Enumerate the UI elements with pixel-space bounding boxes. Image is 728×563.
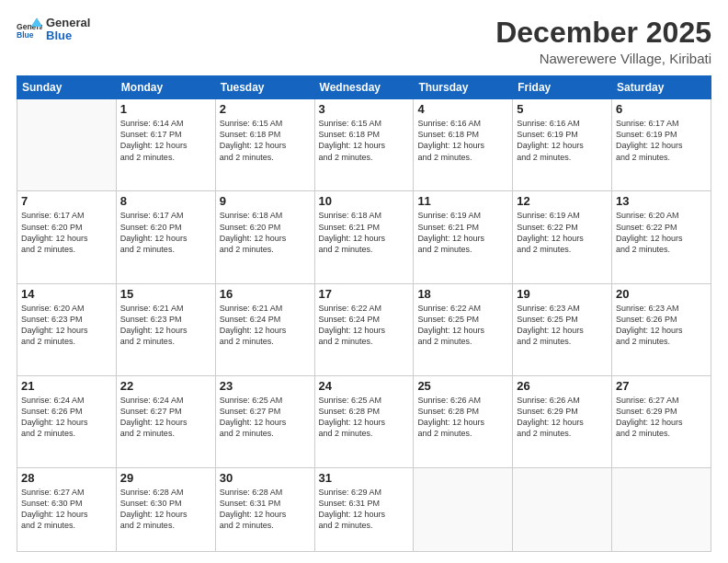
col-header-sunday: Sunday xyxy=(17,76,117,99)
day-number: 1 xyxy=(120,102,211,116)
calendar-week-row: 21Sunrise: 6:24 AM Sunset: 6:26 PM Dayli… xyxy=(17,375,711,467)
col-header-tuesday: Tuesday xyxy=(215,76,314,99)
day-info: Sunrise: 6:16 AM Sunset: 6:19 PM Dayligh… xyxy=(517,118,608,163)
day-number: 7 xyxy=(21,194,112,208)
calendar-cell: 17Sunrise: 6:22 AM Sunset: 6:24 PM Dayli… xyxy=(314,283,414,375)
calendar-cell: 26Sunrise: 6:26 AM Sunset: 6:29 PM Dayli… xyxy=(513,375,612,467)
day-info: Sunrise: 6:29 AM Sunset: 6:31 PM Dayligh… xyxy=(319,487,410,532)
calendar-cell: 8Sunrise: 6:17 AM Sunset: 6:20 PM Daylig… xyxy=(116,191,215,283)
title-section: December 2025 Nawerewere Village, Kiriba… xyxy=(495,17,711,66)
day-number: 10 xyxy=(319,194,410,208)
day-number: 4 xyxy=(417,102,508,116)
month-title: December 2025 xyxy=(495,17,711,49)
calendar-cell: 25Sunrise: 6:26 AM Sunset: 6:28 PM Dayli… xyxy=(414,375,513,467)
calendar-week-row: 1Sunrise: 6:14 AM Sunset: 6:17 PM Daylig… xyxy=(17,99,711,191)
calendar-cell: 22Sunrise: 6:24 AM Sunset: 6:27 PM Dayli… xyxy=(116,375,215,467)
day-info: Sunrise: 6:26 AM Sunset: 6:29 PM Dayligh… xyxy=(517,395,608,440)
day-info: Sunrise: 6:27 AM Sunset: 6:30 PM Dayligh… xyxy=(21,487,112,532)
calendar-week-row: 28Sunrise: 6:27 AM Sunset: 6:30 PM Dayli… xyxy=(17,468,711,552)
day-info: Sunrise: 6:25 AM Sunset: 6:27 PM Dayligh… xyxy=(220,395,311,440)
calendar-cell: 29Sunrise: 6:28 AM Sunset: 6:30 PM Dayli… xyxy=(116,468,215,552)
calendar-cell xyxy=(414,468,513,552)
day-info: Sunrise: 6:17 AM Sunset: 6:20 PM Dayligh… xyxy=(21,210,112,255)
day-number: 21 xyxy=(21,379,112,393)
day-info: Sunrise: 6:20 AM Sunset: 6:23 PM Dayligh… xyxy=(21,303,112,348)
day-info: Sunrise: 6:18 AM Sunset: 6:21 PM Dayligh… xyxy=(319,210,410,255)
logo-icon: General Blue xyxy=(17,17,42,42)
day-info: Sunrise: 6:18 AM Sunset: 6:20 PM Dayligh… xyxy=(220,210,311,255)
calendar-cell: 11Sunrise: 6:19 AM Sunset: 6:21 PM Dayli… xyxy=(414,191,513,283)
calendar-cell: 6Sunrise: 6:17 AM Sunset: 6:19 PM Daylig… xyxy=(612,99,711,191)
day-number: 12 xyxy=(517,194,608,208)
day-info: Sunrise: 6:16 AM Sunset: 6:18 PM Dayligh… xyxy=(417,118,508,163)
calendar-cell: 19Sunrise: 6:23 AM Sunset: 6:25 PM Dayli… xyxy=(513,283,612,375)
day-number: 30 xyxy=(220,471,311,485)
logo: General Blue General Blue xyxy=(17,17,90,43)
calendar-week-row: 14Sunrise: 6:20 AM Sunset: 6:23 PM Dayli… xyxy=(17,283,711,375)
calendar-cell: 12Sunrise: 6:19 AM Sunset: 6:22 PM Dayli… xyxy=(513,191,612,283)
col-header-thursday: Thursday xyxy=(414,76,513,99)
calendar-cell: 24Sunrise: 6:25 AM Sunset: 6:28 PM Dayli… xyxy=(314,375,414,467)
calendar-cell: 21Sunrise: 6:24 AM Sunset: 6:26 PM Dayli… xyxy=(17,375,117,467)
calendar-cell: 1Sunrise: 6:14 AM Sunset: 6:17 PM Daylig… xyxy=(116,99,215,191)
calendar-cell: 18Sunrise: 6:22 AM Sunset: 6:25 PM Dayli… xyxy=(414,283,513,375)
day-number: 27 xyxy=(616,379,707,393)
day-info: Sunrise: 6:17 AM Sunset: 6:19 PM Dayligh… xyxy=(616,118,707,163)
day-info: Sunrise: 6:25 AM Sunset: 6:28 PM Dayligh… xyxy=(319,395,410,440)
col-header-friday: Friday xyxy=(513,76,612,99)
page: General Blue General Blue December 2025 … xyxy=(0,0,728,563)
day-info: Sunrise: 6:19 AM Sunset: 6:22 PM Dayligh… xyxy=(517,210,608,255)
header: General Blue General Blue December 2025 … xyxy=(17,17,711,66)
calendar-cell: 5Sunrise: 6:16 AM Sunset: 6:19 PM Daylig… xyxy=(513,99,612,191)
day-info: Sunrise: 6:21 AM Sunset: 6:23 PM Dayligh… xyxy=(120,303,211,348)
calendar-cell: 7Sunrise: 6:17 AM Sunset: 6:20 PM Daylig… xyxy=(17,191,117,283)
calendar-cell: 23Sunrise: 6:25 AM Sunset: 6:27 PM Dayli… xyxy=(215,375,314,467)
day-number: 6 xyxy=(616,102,707,116)
location-title: Nawerewere Village, Kiribati xyxy=(495,51,711,66)
day-number: 9 xyxy=(220,194,311,208)
day-number: 3 xyxy=(319,102,410,116)
day-info: Sunrise: 6:15 AM Sunset: 6:18 PM Dayligh… xyxy=(319,118,410,163)
calendar-week-row: 7Sunrise: 6:17 AM Sunset: 6:20 PM Daylig… xyxy=(17,191,711,283)
day-number: 19 xyxy=(517,287,608,301)
day-info: Sunrise: 6:19 AM Sunset: 6:21 PM Dayligh… xyxy=(417,210,508,255)
day-number: 13 xyxy=(616,194,707,208)
day-info: Sunrise: 6:22 AM Sunset: 6:25 PM Dayligh… xyxy=(417,303,508,348)
day-info: Sunrise: 6:28 AM Sunset: 6:30 PM Dayligh… xyxy=(120,487,211,532)
calendar-cell: 15Sunrise: 6:21 AM Sunset: 6:23 PM Dayli… xyxy=(116,283,215,375)
day-number: 15 xyxy=(120,287,211,301)
day-number: 5 xyxy=(517,102,608,116)
day-info: Sunrise: 6:14 AM Sunset: 6:17 PM Dayligh… xyxy=(120,118,211,163)
day-info: Sunrise: 6:22 AM Sunset: 6:24 PM Dayligh… xyxy=(319,303,410,348)
day-number: 14 xyxy=(21,287,112,301)
day-info: Sunrise: 6:15 AM Sunset: 6:18 PM Dayligh… xyxy=(220,118,311,163)
day-info: Sunrise: 6:21 AM Sunset: 6:24 PM Dayligh… xyxy=(220,303,311,348)
day-number: 20 xyxy=(616,287,707,301)
col-header-wednesday: Wednesday xyxy=(314,76,414,99)
calendar-cell: 30Sunrise: 6:28 AM Sunset: 6:31 PM Dayli… xyxy=(215,468,314,552)
day-number: 28 xyxy=(21,471,112,485)
calendar-table: SundayMondayTuesdayWednesdayThursdayFrid… xyxy=(17,75,711,552)
day-info: Sunrise: 6:26 AM Sunset: 6:28 PM Dayligh… xyxy=(417,395,508,440)
calendar-cell: 9Sunrise: 6:18 AM Sunset: 6:20 PM Daylig… xyxy=(215,191,314,283)
day-number: 2 xyxy=(220,102,311,116)
day-number: 8 xyxy=(120,194,211,208)
calendar-cell: 31Sunrise: 6:29 AM Sunset: 6:31 PM Dayli… xyxy=(314,468,414,552)
calendar-cell: 27Sunrise: 6:27 AM Sunset: 6:29 PM Dayli… xyxy=(612,375,711,467)
day-number: 18 xyxy=(417,287,508,301)
day-number: 11 xyxy=(417,194,508,208)
day-info: Sunrise: 6:23 AM Sunset: 6:26 PM Dayligh… xyxy=(616,303,707,348)
day-number: 17 xyxy=(319,287,410,301)
day-info: Sunrise: 6:20 AM Sunset: 6:22 PM Dayligh… xyxy=(616,210,707,255)
day-number: 29 xyxy=(120,471,211,485)
day-number: 31 xyxy=(319,471,410,485)
calendar-cell: 16Sunrise: 6:21 AM Sunset: 6:24 PM Dayli… xyxy=(215,283,314,375)
day-info: Sunrise: 6:28 AM Sunset: 6:31 PM Dayligh… xyxy=(220,487,311,532)
col-header-monday: Monday xyxy=(116,76,215,99)
day-number: 25 xyxy=(417,379,508,393)
col-header-saturday: Saturday xyxy=(612,76,711,99)
day-number: 26 xyxy=(517,379,608,393)
calendar-cell: 28Sunrise: 6:27 AM Sunset: 6:30 PM Dayli… xyxy=(17,468,117,552)
calendar-cell: 4Sunrise: 6:16 AM Sunset: 6:18 PM Daylig… xyxy=(414,99,513,191)
calendar-cell xyxy=(513,468,612,552)
